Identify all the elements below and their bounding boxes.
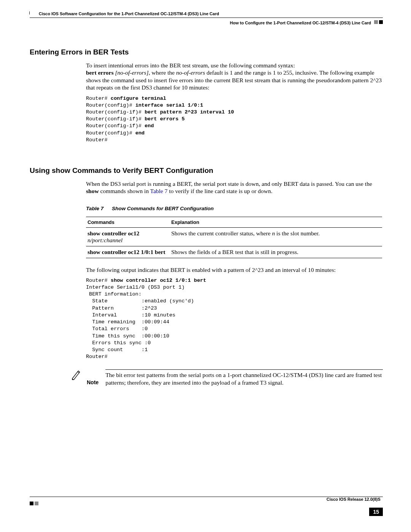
r1c2-b: is the slot number. — [275, 230, 320, 236]
page-number: 15 — [369, 508, 383, 516]
s1-bold: bert errors — [86, 69, 113, 76]
footer-release-row: Cisco IOS Release 12.0(8)S — [30, 497, 383, 505]
s1-ital2: no-of-errors — [176, 69, 205, 76]
s2p1-b: commands shown in — [99, 188, 150, 194]
table-number: Table 7 — [86, 206, 104, 211]
cell-cmd-1: show controller oc12 n/port:channel — [86, 227, 170, 246]
r1c1-ital: n/port:channel — [88, 237, 123, 243]
code-l4a: Router(config-if)# — [86, 116, 145, 122]
s2p1-bold: show — [86, 188, 99, 194]
note-text: The bit error test patterns from the ser… — [105, 369, 383, 386]
r2c1: show controller oc12 1/0:1 bert — [88, 249, 165, 255]
cell-cmd-2: show controller oc12 1/0:1 bert — [86, 246, 170, 258]
section1-code-block: Router# configure terminal Router(config… — [86, 95, 383, 144]
code-l5b: end — [145, 123, 154, 129]
section1-paragraph: To insert intentional errors into the BE… — [86, 62, 383, 91]
th-explanation: Explanation — [170, 217, 382, 227]
s1-ital1: [no-of-errors] — [113, 69, 148, 76]
header-chapter-title: Cisco IOS Software Configuration for the… — [30, 11, 219, 18]
header-section-title: How to Configure the 1-Port Channelized … — [230, 19, 371, 25]
section-heading-2: Using show Commands to Verify BERT Confi… — [30, 166, 383, 175]
crop-mark-top-left — [27, 11, 30, 14]
cell-exp-1: Shows the current controller status, whe… — [170, 227, 382, 246]
table-caption: Table 7Show Commands for BERT Configurat… — [86, 206, 383, 211]
section-heading-1: Entering Errors in BER Tests — [30, 48, 383, 56]
s1-rest1: , where the — [148, 69, 176, 76]
code-l2a: Router(config)# — [86, 102, 135, 108]
code-l3b: bert pattern 2^23 interval 10 — [145, 109, 234, 115]
th-commands: Commands — [86, 217, 170, 227]
note-label: Note — [87, 369, 101, 386]
code-l7: Router# — [86, 137, 108, 143]
page-footer: Cisco IOS Release 12.0(8)S 15 — [30, 497, 383, 516]
code2-rest: Interface Serial1/0 (DS3 port 1) BERT in… — [86, 284, 194, 359]
code-l2b: interface serial 1/0:1 — [135, 102, 203, 108]
s2p1-link: Table 7 — [150, 188, 168, 194]
note-block: Note The bit error test patterns from th… — [72, 369, 383, 386]
table-title: Show Commands for BERT Configuration — [112, 206, 214, 211]
code-l3a: Router(config-if)# — [86, 109, 145, 115]
header-rule — [30, 18, 383, 18]
code2-l1a: Router# — [86, 278, 111, 283]
section2-paragraph-1: When the DS3 serial port is running a BE… — [86, 180, 383, 195]
r1c1-bold: show controller oc12 — [88, 230, 139, 236]
code-l5a: Router(config-if)# — [86, 123, 145, 129]
pencil-icon — [72, 369, 80, 382]
section2-code-block: Router# show controller oc12 1/0:1 bert … — [86, 277, 383, 361]
code2-l1b: show controller oc12 1/0:1 bert — [111, 278, 206, 283]
code-l1a: Router# — [86, 96, 111, 101]
header-marks — [374, 20, 383, 24]
footer-release: Cisco IOS Release 12.0(8)S — [327, 497, 381, 502]
s2p1-c: to verify if the line card state is up o… — [167, 188, 272, 194]
bert-commands-table: Commands Explanation show controller oc1… — [86, 217, 382, 258]
s1-text-a: To insert intentional errors into the BE… — [86, 62, 295, 69]
code-l1b: configure terminal — [111, 96, 166, 101]
code-l4b: bert errors 5 — [145, 116, 185, 122]
footer-marks — [30, 502, 383, 505]
s2p1-a: When the DS3 serial port is running a BE… — [86, 181, 372, 187]
section2-paragraph-2: The following output indicates that BERT… — [86, 267, 383, 273]
r1c2-a: Shows the current controller status, whe… — [171, 230, 272, 236]
table-row: show controller oc12 1/0:1 bert Shows th… — [86, 246, 382, 258]
table-row: show controller oc12 n/port:channel Show… — [86, 227, 382, 246]
cell-exp-2: Shows the fields of a BER test that is s… — [170, 246, 382, 258]
code-l6b: end — [135, 130, 145, 136]
table-header-row: Commands Explanation — [86, 217, 382, 227]
code-l6a: Router(config)# — [86, 130, 135, 136]
